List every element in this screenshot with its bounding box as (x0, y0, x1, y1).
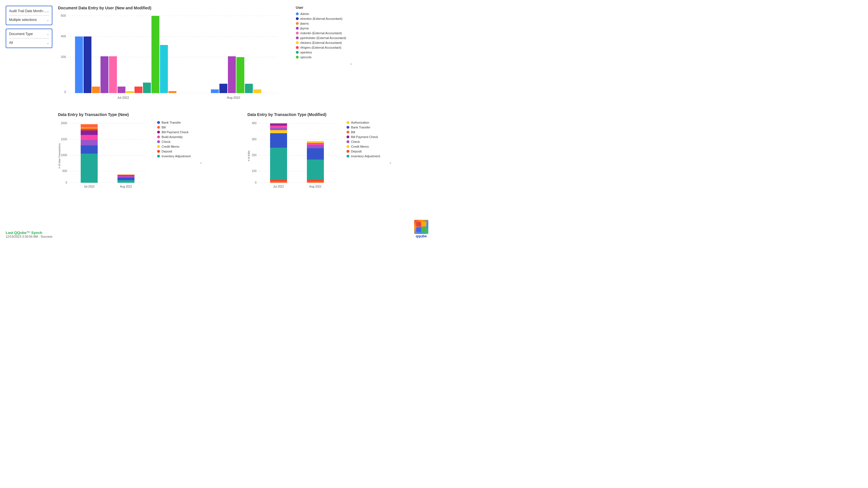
svg-rect-77 (270, 123, 287, 124)
svg-text:400: 400 (61, 34, 66, 38)
audit-trail-chevron-icon: ⌄ (47, 10, 49, 13)
r-bill-payment-label: Bill Payment Check (351, 135, 378, 139)
admin-color-dot (296, 12, 299, 15)
jbarns-color-dot (296, 22, 299, 25)
svg-text:200: 200 (252, 154, 256, 157)
r-bill-label: Bill (351, 130, 355, 134)
svg-text:Aug 2022: Aug 2022 (227, 96, 240, 99)
all-dropdown[interactable]: All ⌄ (9, 40, 49, 45)
build-assembly-dot (157, 135, 160, 138)
svg-rect-87 (416, 227, 421, 232)
svg-text:400: 400 (252, 122, 256, 125)
svg-rect-21 (219, 84, 227, 93)
authorization-dot (346, 121, 349, 124)
filter-separator (9, 15, 49, 15)
r-deposit-label: Deposit (351, 150, 362, 153)
r-bank-transfer-dot (346, 126, 349, 129)
spiccolo-color-dot (296, 56, 299, 59)
left-chart-title: Data Entry by Transaction Type (New) (58, 112, 154, 117)
bill-label: Bill (162, 126, 166, 129)
main-page: Audit Trail Date Month-... ⌄ Multiple se… (0, 0, 434, 244)
right-chart-legend: Authorization Bank Transfer Bill Bi (346, 121, 392, 194)
svg-rect-16 (143, 83, 151, 93)
audit-trail-dropdown[interactable]: Audit Trail Date Month-... ⌄ (9, 8, 49, 13)
svg-text:1000: 1000 (61, 154, 67, 157)
mdonlin-label: mdonlin (External Accountant) (300, 31, 342, 35)
svg-text:# of New Transactions: # of New Transactions (58, 143, 61, 169)
sync-detail: 12/15/2023 3:30:56 AM - Success (6, 235, 52, 238)
svg-rect-12 (109, 56, 117, 93)
legend-inventory-adj: Inventory Adjustment (157, 155, 203, 158)
svg-text:Aug 2022: Aug 2022 (120, 185, 132, 188)
document-type-dropdown[interactable]: Document Type ⌄ (9, 31, 49, 36)
bill-payment-dot (157, 131, 160, 133)
svg-rect-80 (270, 180, 287, 181)
right-legend-scroll-button[interactable]: ⌄ (346, 160, 392, 164)
spiccolo-label: spiccolo (300, 56, 312, 59)
sperkins-label: sperkins (300, 51, 312, 54)
svg-text:Jul 2022: Jul 2022 (117, 96, 129, 99)
doc-type-filter-group: Document Type ⌄ All ⌄ (6, 29, 52, 48)
legend-item-mdonlin: mdonlin (External Accountant) (296, 31, 352, 35)
svg-rect-86 (422, 222, 426, 227)
svg-rect-85 (416, 222, 421, 227)
legend-item-etrenton: etrenton (External Accountant) (296, 17, 352, 20)
doc-type-separator (9, 38, 49, 38)
top-chart-title: Document Data Entry by User (New and Mod… (58, 6, 290, 10)
svg-text:0: 0 (255, 181, 256, 184)
right-bottom-chart-section: Data Entry by Transaction Type (Modified… (247, 112, 428, 194)
right-chart-title: Data Entry by Transaction Type (Modified… (247, 112, 344, 117)
legend-item-ppinholster: ppinholster (External Accountant) (296, 36, 352, 40)
r-legend-bill-payment: Bill Payment Check (346, 135, 392, 139)
all-label: All (9, 41, 13, 45)
svg-text:300: 300 (252, 138, 256, 141)
svg-rect-52 (118, 174, 134, 175)
document-type-label: Document Type (9, 32, 33, 36)
logo-area: qqube (414, 220, 428, 238)
qqube-logo-icon (414, 220, 428, 234)
legend-scroll-down-button[interactable]: ⌄ (296, 61, 352, 65)
r-credit-memo-dot (346, 145, 349, 148)
legend-item-jbyrne: jbyrne (296, 27, 352, 30)
jbyrne-label: jbyrne (300, 27, 309, 30)
svg-rect-74 (307, 145, 324, 148)
r-inventory-dot (346, 155, 349, 158)
jbyrne-color-dot (296, 27, 299, 30)
footer: Last QQube™ Synch 12/15/2023 3:30:56 AM … (6, 218, 428, 238)
r-legend-credit-memo: Credit Memo (346, 145, 392, 148)
svg-text:0: 0 (65, 181, 67, 184)
sync-title: Last QQube™ Synch (6, 231, 52, 235)
top-chart-wrapper: Document Data Entry by User (New and Mod… (58, 6, 290, 104)
left-chart-legend: Bank Transfer Bill Bill Payment Check (157, 121, 203, 194)
legend-item-jbarns: jbarns (296, 22, 352, 25)
r-legend-bank-transfer: Bank Transfer (346, 126, 392, 129)
bottom-charts: Data Entry by Transaction Type (New) 200… (58, 112, 428, 194)
date-filter-group: Audit Trail Date Month-... ⌄ Multiple se… (6, 6, 52, 25)
svg-rect-47 (118, 180, 134, 183)
svg-rect-14 (126, 91, 134, 93)
svg-rect-81 (307, 181, 324, 183)
r-check-dot (346, 140, 349, 143)
document-type-chevron-icon: ⌄ (47, 33, 49, 36)
sperkins-color-dot (296, 51, 299, 54)
check-label: Check (162, 140, 170, 143)
left-legend-scroll-button[interactable]: ⌄ (157, 160, 203, 164)
svg-text:600: 600 (61, 14, 66, 17)
multiple-selections-dropdown[interactable]: Multiple selections ⌄ (9, 17, 49, 22)
svg-rect-72 (307, 160, 324, 183)
top-section: Audit Trail Date Month-... ⌄ Multiple se… (6, 6, 428, 215)
legend-item-sperkins: sperkins (296, 51, 352, 54)
svg-rect-44 (81, 128, 98, 130)
svg-rect-73 (307, 148, 324, 160)
svg-rect-49 (118, 176, 134, 178)
svg-rect-18 (160, 45, 168, 93)
r-legend-inventory: Inventory Adjustment (346, 155, 392, 158)
legend-item-spiccolo: spiccolo (296, 56, 352, 59)
svg-rect-45 (81, 128, 98, 128)
all-chevron-icon: ⌄ (47, 41, 49, 44)
left-stacked-bar-chart: 2000 1500 1000 500 0 # of New Transactio… (58, 119, 154, 193)
bill-payment-label: Bill Payment Check (162, 130, 189, 134)
svg-rect-24 (245, 84, 253, 93)
r-deposit-dot (346, 150, 349, 153)
multiple-selections-chevron-icon: ⌄ (47, 19, 49, 22)
